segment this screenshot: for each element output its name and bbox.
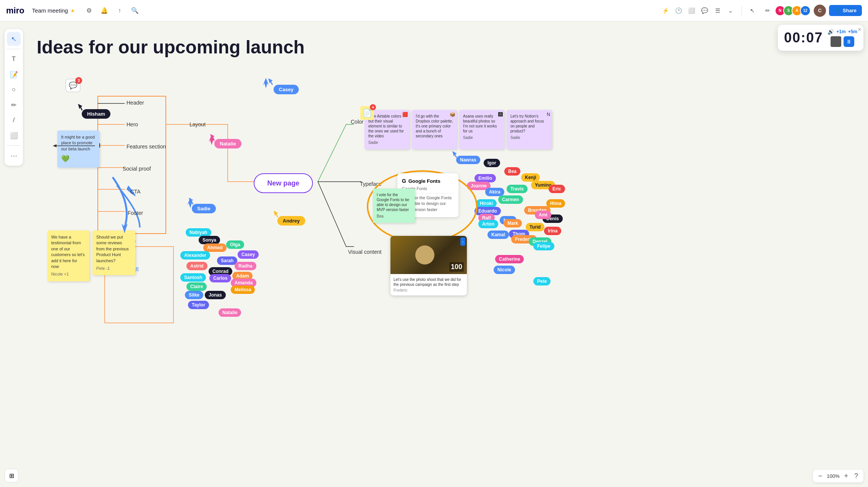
shape-tool[interactable]: ○ <box>7 83 21 97</box>
timer-pause-btn[interactable]: ⏸ <box>844 36 854 47</box>
lightning-icon[interactable]: ⚡ <box>660 5 672 17</box>
cta-label: CTA <box>130 189 141 195</box>
gfonts-icon: G <box>402 178 406 184</box>
sticky-asana[interactable]: Asana uses really beautiful photos so I'… <box>459 110 504 149</box>
tag-natalie-bottom: Natalie <box>219 308 241 317</box>
left-tools: ↖ T 📝 ○ ✏ / ⬜ ⋯ <box>5 29 23 166</box>
hero-label: Hero <box>126 121 138 127</box>
sticky-testimonial-text: We have a testimonial from one of our cu… <box>51 234 86 269</box>
sticky-notion-author: Sadie <box>510 135 548 140</box>
upload-icon[interactable]: ↑ <box>113 5 126 17</box>
sticky-reviews[interactable]: Should we put some reviews from the prev… <box>92 231 135 275</box>
tag-astrid: Astrid <box>186 262 207 270</box>
sticky-testimonial[interactable]: We have a testimonial from one of our cu… <box>47 231 89 281</box>
tag-silke: Silke <box>185 291 203 299</box>
tag-carlos: Carlos <box>209 274 231 282</box>
top-tools: ⚡ 🕐 ⬜ 💬 ☰ ⌄ <box>660 5 737 17</box>
frame-icon[interactable]: ⬜ <box>686 5 698 17</box>
tag-santosh: Santosh <box>180 273 206 282</box>
chat-widget[interactable]: 💬 3 <box>65 79 81 92</box>
sticky-dropbox-text: I'd go with the Dropbox color palette, i… <box>416 114 453 139</box>
zoom-in-btn[interactable]: + <box>842 471 850 481</box>
photo-image: 100 ↑ <box>390 236 467 274</box>
timer-close-btn[interactable]: × <box>858 26 861 32</box>
share-button[interactable]: 👤 Share <box>829 5 862 16</box>
svg-marker-24 <box>189 198 193 205</box>
tag-mark: Mark <box>504 219 522 227</box>
sticky-notion[interactable]: Let's try Notion's approach and focus on… <box>507 110 552 149</box>
photo-author: Frederic <box>394 288 464 292</box>
tag-igor: Igor <box>484 159 500 167</box>
avatar-count[interactable]: 12 <box>800 5 811 16</box>
typeface-label: Typeface <box>360 181 382 187</box>
sticky-tool[interactable]: 📝 <box>7 68 21 81</box>
user-avatar[interactable]: C <box>814 5 826 17</box>
cursor-casey-top <box>268 78 274 87</box>
sticky-gfonts-vote[interactable]: I vote for the Google Fonts to be able t… <box>373 189 415 223</box>
app-logo: miro <box>6 6 24 16</box>
gfonts-title: Google Fonts <box>408 178 440 184</box>
svg-marker-21 <box>78 104 83 111</box>
line-tool[interactable]: / <box>7 113 21 127</box>
tag-melissa: Melissa <box>231 285 255 294</box>
tag-catherine: Catherine <box>495 255 524 263</box>
timer-stop-btn[interactable] <box>831 36 841 47</box>
panel-icon[interactable]: ⊞ <box>5 469 18 482</box>
tag-ahmed: Ahmed <box>203 244 227 252</box>
tag-irina: Irina <box>544 227 561 235</box>
chat-icon[interactable]: 💬 <box>699 5 711 17</box>
tag-kenji: Kenji <box>521 173 540 182</box>
list-icon[interactable]: ☰ <box>712 5 724 17</box>
zoom-controls: − 100% + ? <box>813 470 863 482</box>
sticky-notion-logo: N <box>547 111 550 118</box>
visual-content-label: Visual content <box>348 249 382 255</box>
more-tools[interactable]: ⋯ <box>7 149 21 163</box>
panel-toggle[interactable]: ⊞ <box>5 469 18 482</box>
layout-label: Layout <box>189 121 206 127</box>
color-stickies: I like Airtable colors but their visual … <box>364 110 552 149</box>
page-title: Ideas for our upcoming launch <box>37 37 304 58</box>
sticky-gfonts-text: I vote for the Google Fonts to be able t… <box>377 192 411 212</box>
tag-eric: Eric <box>549 185 565 193</box>
sticky-reviews-text: Should we put some reviews from the prev… <box>96 234 131 264</box>
timer-add1[interactable]: +1m <box>836 29 845 34</box>
cursor-tool[interactable]: ↖ <box>747 5 759 17</box>
chat-badge: 3 <box>75 77 82 84</box>
curved-arrow-svg <box>102 174 147 235</box>
pen-tool[interactable]: ✏ <box>762 5 774 17</box>
notes-icon[interactable]: 📄 4 <box>360 106 374 120</box>
tag-nabiyah: Nabiyah <box>186 228 211 237</box>
frame-tool[interactable]: ⬜ <box>7 129 21 142</box>
zoom-out-btn[interactable]: − <box>817 471 824 481</box>
search-icon[interactable]: 🔍 <box>129 5 141 17</box>
star-icon[interactable]: ★ <box>70 8 75 14</box>
divider <box>742 6 742 15</box>
timer-add5[interactable]: +5m <box>848 29 857 34</box>
tag-felipe: Felipe <box>533 242 554 250</box>
svg-marker-23 <box>210 134 215 141</box>
select-tool[interactable]: ↖ <box>7 32 21 46</box>
pen-tool[interactable]: ✏ <box>7 98 21 112</box>
sticky-feature-note[interactable]: It might be a good place to promote our … <box>57 131 99 168</box>
bell-icon[interactable]: 🔔 <box>98 5 110 17</box>
sticky-gfonts-author: Bea <box>377 214 411 219</box>
photo-card[interactable]: 100 ↑ Let's use the photo shoot that we … <box>390 236 467 295</box>
footer-label: Footer <box>128 210 143 216</box>
tag-hiroki: Hiroki <box>476 199 497 208</box>
center-node[interactable]: New page <box>254 173 313 193</box>
clock-icon[interactable]: 🕐 <box>673 5 685 17</box>
board-title[interactable]: Team meeting ★ <box>32 7 75 14</box>
settings-icon[interactable]: ⚙ <box>83 5 95 17</box>
svg-line-10 <box>318 124 346 182</box>
tag-alexander: Alexander <box>180 251 210 260</box>
text-tool[interactable]: T <box>7 52 21 66</box>
more-icon[interactable]: ⌄ <box>725 5 737 17</box>
sticky-dropbox[interactable]: I'd go with the Dropbox color palette, i… <box>412 110 457 149</box>
timer-controls: 🔊 +1m +5m ⏸ <box>828 29 857 47</box>
svg-marker-29 <box>53 144 57 147</box>
sticky-airtable-author: Sadie <box>368 140 406 145</box>
photo-score: 100 <box>449 262 464 272</box>
help-btn[interactable]: ? <box>853 471 860 481</box>
tag-nicole: Nicole <box>494 266 515 274</box>
tag-pete: Pete <box>533 277 551 285</box>
